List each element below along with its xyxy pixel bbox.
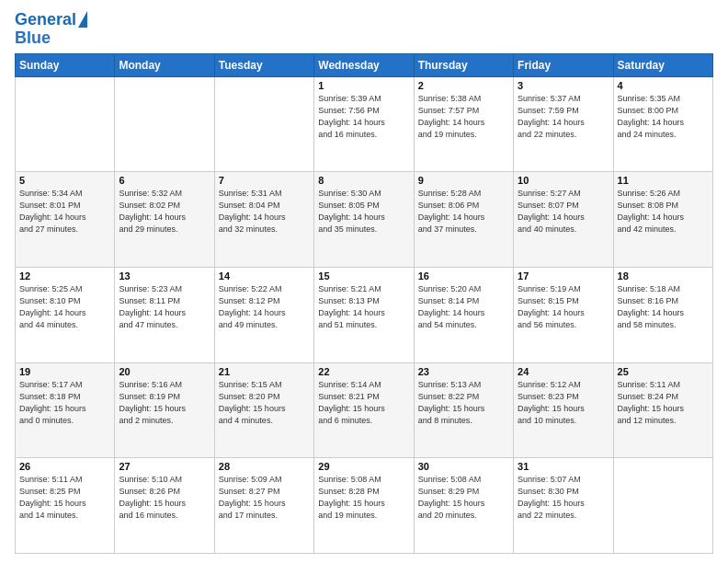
day-info: Sunrise: 5:15 AM Sunset: 8:20 PM Dayligh… <box>219 379 310 427</box>
weekday-header-saturday: Saturday <box>613 53 712 76</box>
day-number: 29 <box>318 461 409 472</box>
day-info: Sunrise: 5:26 AM Sunset: 8:08 PM Dayligh… <box>618 188 709 236</box>
day-info: Sunrise: 5:20 AM Sunset: 8:14 PM Dayligh… <box>418 283 509 331</box>
calendar-cell: 17Sunrise: 5:19 AM Sunset: 8:15 PM Dayli… <box>514 267 613 362</box>
day-info: Sunrise: 5:09 AM Sunset: 8:27 PM Dayligh… <box>219 474 310 522</box>
calendar-cell: 27Sunrise: 5:10 AM Sunset: 8:26 PM Dayli… <box>115 458 214 554</box>
weekday-header-monday: Monday <box>115 53 214 76</box>
day-number: 4 <box>618 80 709 91</box>
weekday-header-friday: Friday <box>514 53 613 76</box>
day-info: Sunrise: 5:13 AM Sunset: 8:22 PM Dayligh… <box>418 379 509 427</box>
day-info: Sunrise: 5:31 AM Sunset: 8:04 PM Dayligh… <box>219 188 310 236</box>
day-number: 13 <box>119 270 210 282</box>
calendar-cell: 3Sunrise: 5:37 AM Sunset: 7:59 PM Daylig… <box>514 76 613 172</box>
logo-text: General <box>15 11 76 29</box>
day-number: 3 <box>518 80 609 91</box>
calendar-cell: 26Sunrise: 5:11 AM Sunset: 8:25 PM Dayli… <box>16 458 115 554</box>
day-number: 27 <box>119 461 210 472</box>
day-number: 1 <box>318 80 409 91</box>
day-info: Sunrise: 5:16 AM Sunset: 8:19 PM Dayligh… <box>119 379 210 427</box>
logo-blue-text: Blue <box>15 29 51 48</box>
calendar-cell: 30Sunrise: 5:08 AM Sunset: 8:29 PM Dayli… <box>414 458 513 554</box>
day-number: 17 <box>518 270 609 282</box>
calendar-cell: 10Sunrise: 5:27 AM Sunset: 8:07 PM Dayli… <box>514 172 613 268</box>
calendar: SundayMondayTuesdayWednesdayThursdayFrid… <box>15 53 713 554</box>
calendar-cell: 9Sunrise: 5:28 AM Sunset: 8:06 PM Daylig… <box>414 172 513 268</box>
day-info: Sunrise: 5:39 AM Sunset: 7:56 PM Dayligh… <box>318 93 409 141</box>
day-info: Sunrise: 5:23 AM Sunset: 8:11 PM Dayligh… <box>119 283 210 331</box>
calendar-cell: 29Sunrise: 5:08 AM Sunset: 8:28 PM Dayli… <box>314 458 414 554</box>
calendar-cell: 5Sunrise: 5:34 AM Sunset: 8:01 PM Daylig… <box>16 172 115 268</box>
day-number: 20 <box>119 366 210 377</box>
day-number: 18 <box>618 270 709 282</box>
day-info: Sunrise: 5:27 AM Sunset: 8:07 PM Dayligh… <box>518 188 609 236</box>
day-info: Sunrise: 5:34 AM Sunset: 8:01 PM Dayligh… <box>19 188 110 236</box>
day-info: Sunrise: 5:18 AM Sunset: 8:16 PM Dayligh… <box>618 283 709 331</box>
day-number: 11 <box>618 175 709 186</box>
calendar-cell: 2Sunrise: 5:38 AM Sunset: 7:57 PM Daylig… <box>414 76 513 172</box>
calendar-week-row-1: 1Sunrise: 5:39 AM Sunset: 7:56 PM Daylig… <box>16 76 713 172</box>
calendar-cell: 20Sunrise: 5:16 AM Sunset: 8:19 PM Dayli… <box>115 362 214 458</box>
day-info: Sunrise: 5:19 AM Sunset: 8:15 PM Dayligh… <box>518 283 609 331</box>
day-number: 23 <box>418 366 509 377</box>
day-number: 5 <box>19 175 110 186</box>
day-info: Sunrise: 5:37 AM Sunset: 7:59 PM Dayligh… <box>518 93 609 141</box>
weekday-header-thursday: Thursday <box>414 53 513 76</box>
day-info: Sunrise: 5:11 AM Sunset: 8:25 PM Dayligh… <box>19 474 110 522</box>
day-info: Sunrise: 5:30 AM Sunset: 8:05 PM Dayligh… <box>318 188 409 236</box>
logo-triangle-icon <box>78 11 87 28</box>
calendar-cell: 12Sunrise: 5:25 AM Sunset: 8:10 PM Dayli… <box>16 267 115 362</box>
logo: General Blue <box>15 11 87 48</box>
calendar-cell: 4Sunrise: 5:35 AM Sunset: 8:00 PM Daylig… <box>613 76 712 172</box>
calendar-week-row-2: 5Sunrise: 5:34 AM Sunset: 8:01 PM Daylig… <box>16 172 713 268</box>
page: General Blue SundayMondayTuesdayWednesda… <box>0 0 728 563</box>
day-info: Sunrise: 5:10 AM Sunset: 8:26 PM Dayligh… <box>119 474 210 522</box>
calendar-cell: 31Sunrise: 5:07 AM Sunset: 8:30 PM Dayli… <box>514 458 613 554</box>
calendar-cell: 6Sunrise: 5:32 AM Sunset: 8:02 PM Daylig… <box>115 172 214 268</box>
calendar-cell: 14Sunrise: 5:22 AM Sunset: 8:12 PM Dayli… <box>214 267 313 362</box>
day-info: Sunrise: 5:11 AM Sunset: 8:24 PM Dayligh… <box>618 379 709 427</box>
day-number: 19 <box>19 366 110 377</box>
calendar-cell: 24Sunrise: 5:12 AM Sunset: 8:23 PM Dayli… <box>514 362 613 458</box>
day-number: 21 <box>219 366 310 377</box>
calendar-cell: 22Sunrise: 5:14 AM Sunset: 8:21 PM Dayli… <box>314 362 414 458</box>
calendar-week-row-3: 12Sunrise: 5:25 AM Sunset: 8:10 PM Dayli… <box>16 267 713 362</box>
day-number: 12 <box>19 270 110 282</box>
calendar-cell <box>115 76 214 172</box>
day-info: Sunrise: 5:14 AM Sunset: 8:21 PM Dayligh… <box>318 379 409 427</box>
calendar-cell: 19Sunrise: 5:17 AM Sunset: 8:18 PM Dayli… <box>16 362 115 458</box>
calendar-cell: 25Sunrise: 5:11 AM Sunset: 8:24 PM Dayli… <box>613 362 712 458</box>
day-number: 25 <box>618 366 709 377</box>
calendar-cell: 28Sunrise: 5:09 AM Sunset: 8:27 PM Dayli… <box>214 458 313 554</box>
calendar-cell: 16Sunrise: 5:20 AM Sunset: 8:14 PM Dayli… <box>414 267 513 362</box>
day-number: 6 <box>119 175 210 186</box>
day-number: 28 <box>219 461 310 472</box>
day-number: 15 <box>318 270 409 282</box>
weekday-header-wednesday: Wednesday <box>314 53 414 76</box>
day-number: 9 <box>418 175 509 186</box>
calendar-cell: 13Sunrise: 5:23 AM Sunset: 8:11 PM Dayli… <box>115 267 214 362</box>
day-info: Sunrise: 5:35 AM Sunset: 8:00 PM Dayligh… <box>618 93 709 141</box>
header: General Blue <box>15 11 713 48</box>
calendar-cell: 18Sunrise: 5:18 AM Sunset: 8:16 PM Dayli… <box>613 267 712 362</box>
day-number: 22 <box>318 366 409 377</box>
day-info: Sunrise: 5:38 AM Sunset: 7:57 PM Dayligh… <box>418 93 509 141</box>
day-number: 14 <box>219 270 310 282</box>
calendar-cell: 7Sunrise: 5:31 AM Sunset: 8:04 PM Daylig… <box>214 172 313 268</box>
day-info: Sunrise: 5:22 AM Sunset: 8:12 PM Dayligh… <box>219 283 310 331</box>
calendar-cell: 8Sunrise: 5:30 AM Sunset: 8:05 PM Daylig… <box>314 172 414 268</box>
day-number: 7 <box>219 175 310 186</box>
day-info: Sunrise: 5:08 AM Sunset: 8:28 PM Dayligh… <box>318 474 409 522</box>
calendar-cell <box>613 458 712 554</box>
day-number: 24 <box>518 366 609 377</box>
day-number: 10 <box>518 175 609 186</box>
day-number: 30 <box>418 461 509 472</box>
weekday-header-tuesday: Tuesday <box>214 53 313 76</box>
calendar-cell <box>214 76 313 172</box>
day-info: Sunrise: 5:32 AM Sunset: 8:02 PM Dayligh… <box>119 188 210 236</box>
day-info: Sunrise: 5:21 AM Sunset: 8:13 PM Dayligh… <box>318 283 409 331</box>
day-number: 8 <box>318 175 409 186</box>
day-number: 26 <box>19 461 110 472</box>
calendar-week-row-5: 26Sunrise: 5:11 AM Sunset: 8:25 PM Dayli… <box>16 458 713 554</box>
day-number: 2 <box>418 80 509 91</box>
